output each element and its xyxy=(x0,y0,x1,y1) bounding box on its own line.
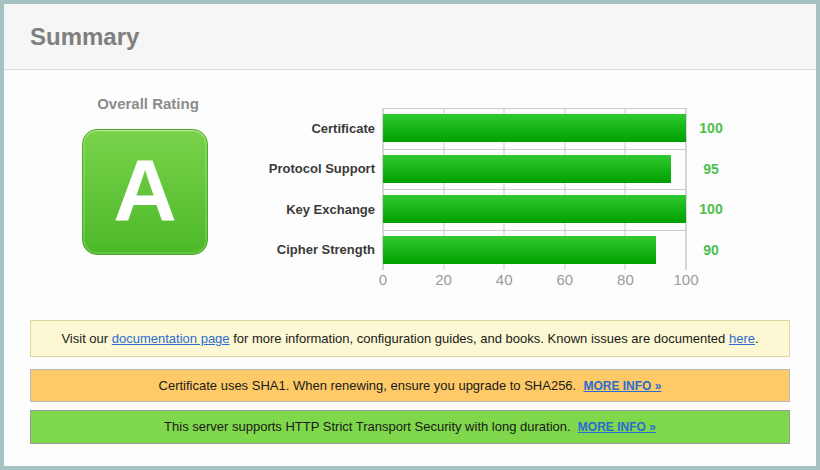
bar-protocol-support xyxy=(383,155,671,183)
banner-text: Visit our xyxy=(61,331,111,346)
banner-text: for more information, configuration guid… xyxy=(230,331,729,346)
value-label-cipher-strength: 90 xyxy=(688,230,734,271)
banner-hsts-notice: This server supports HTTP Strict Transpo… xyxy=(30,410,790,444)
horizontal-gridline xyxy=(383,108,686,109)
value-label-protocol-support: 95 xyxy=(688,149,734,190)
tick-label: 100 xyxy=(673,271,698,288)
banner-text: Certificate uses SHA1. When renewing, en… xyxy=(159,378,584,393)
banner-sha1-warning: Certificate uses SHA1. When renewing, en… xyxy=(30,369,790,402)
banner-documentation-note: Visit our documentation page for more in… xyxy=(30,320,790,357)
tick-label: 80 xyxy=(617,271,634,288)
panel-header: Summary xyxy=(4,4,816,70)
value-label-key-exchange: 100 xyxy=(688,189,734,230)
documentation-note-link[interactable]: here xyxy=(729,331,755,346)
chart-value-labels: 1009510090 xyxy=(688,108,734,270)
chart-plot xyxy=(383,108,686,270)
value-label-certificate: 100 xyxy=(688,108,734,149)
x-axis: 020406080100 xyxy=(383,271,686,289)
tick-label: 60 xyxy=(556,271,573,288)
documentation-note-link[interactable]: documentation page xyxy=(112,331,230,346)
category-label-certificate: Certificate xyxy=(30,108,375,149)
hsts-notice-link[interactable]: MORE INFO » xyxy=(578,420,656,434)
category-label-protocol-support: Protocol Support xyxy=(30,149,375,190)
banner-text: . xyxy=(755,331,759,346)
horizontal-gridline xyxy=(383,149,686,150)
summary-panel: Summary Overall Rating A CertificateProt… xyxy=(0,0,820,470)
panel-title: Summary xyxy=(30,23,139,51)
category-label-cipher-strength: Cipher Strength xyxy=(30,230,375,271)
tick-label: 20 xyxy=(435,271,452,288)
chart-category-labels: CertificateProtocol SupportKey ExchangeC… xyxy=(30,108,375,270)
bar-key-exchange xyxy=(383,195,686,223)
sha1-warning-link[interactable]: MORE INFO » xyxy=(583,379,661,393)
tick-label: 0 xyxy=(379,271,387,288)
horizontal-gridline xyxy=(383,230,686,231)
bar-certificate xyxy=(383,114,686,142)
banner-text: This server supports HTTP Strict Transpo… xyxy=(164,419,578,434)
tick-label: 40 xyxy=(496,271,513,288)
bar-cipher-strength xyxy=(383,236,656,264)
category-label-key-exchange: Key Exchange xyxy=(30,189,375,230)
horizontal-gridline xyxy=(383,189,686,190)
